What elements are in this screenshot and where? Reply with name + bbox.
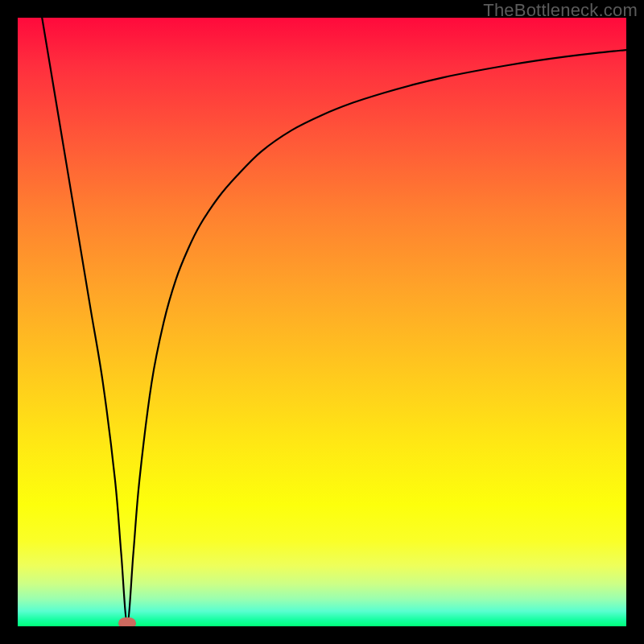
watermark-text: TheBottleneck.com [483, 0, 638, 21]
plot-area [18, 18, 626, 626]
bottleneck-curve [18, 18, 626, 626]
minimum-marker [118, 617, 136, 626]
chart-frame: TheBottleneck.com [0, 0, 644, 644]
